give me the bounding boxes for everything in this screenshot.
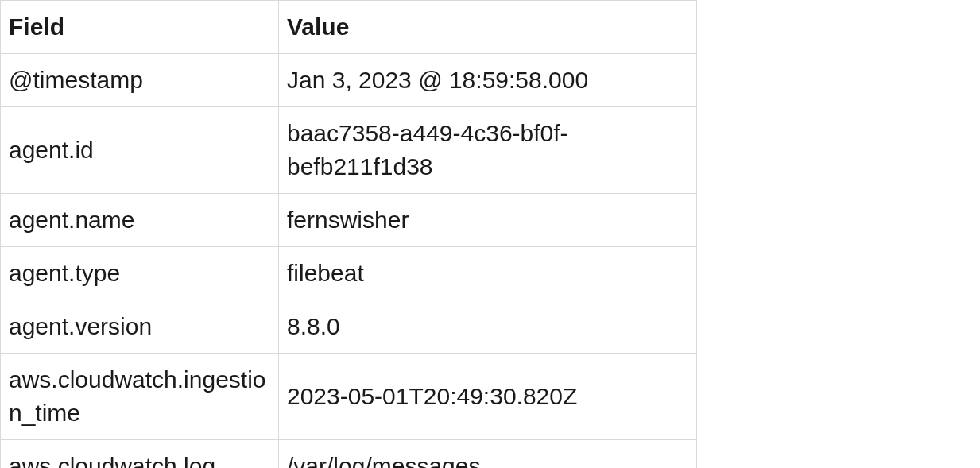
table-row: aws.cloudwatch.log_ /var/log/messages — [1, 440, 697, 469]
table-row: aws.cloudwatch.ingestion_time 2023-05-01… — [1, 354, 697, 440]
field-cell: aws.cloudwatch.log_ — [1, 440, 279, 469]
table-row: agent.version 8.8.0 — [1, 300, 697, 354]
value-cell: baac7358-a449-4c36-bf0f-befb211f1d38 — [279, 107, 697, 194]
field-cell: aws.cloudwatch.ingestion_time — [1, 354, 279, 440]
value-cell: filebeat — [279, 247, 697, 300]
table-header-row: Field Value — [1, 1, 697, 54]
table-row: agent.name fernswisher — [1, 194, 697, 247]
table-row: agent.id baac7358-a449-4c36-bf0f-befb211… — [1, 107, 697, 194]
value-cell: 8.8.0 — [279, 300, 697, 354]
field-cell: agent.name — [1, 194, 279, 247]
header-value: Value — [279, 1, 697, 54]
table-row: @timestamp Jan 3, 2023 @ 18:59:58.000 — [1, 54, 697, 107]
field-value-table: Field Value @timestamp Jan 3, 2023 @ 18:… — [0, 0, 697, 468]
header-field: Field — [1, 1, 279, 54]
value-cell: Jan 3, 2023 @ 18:59:58.000 — [279, 54, 697, 107]
field-cell: @timestamp — [1, 54, 279, 107]
value-cell: 2023-05-01T20:49:30.820Z — [279, 354, 697, 440]
value-cell: fernswisher — [279, 194, 697, 247]
field-cell: agent.type — [1, 247, 279, 300]
table-row: agent.type filebeat — [1, 247, 697, 300]
value-cell: /var/log/messages — [279, 440, 697, 469]
field-cell: agent.id — [1, 107, 279, 194]
field-value-table-container: Field Value @timestamp Jan 3, 2023 @ 18:… — [0, 0, 696, 468]
field-cell: agent.version — [1, 300, 279, 354]
